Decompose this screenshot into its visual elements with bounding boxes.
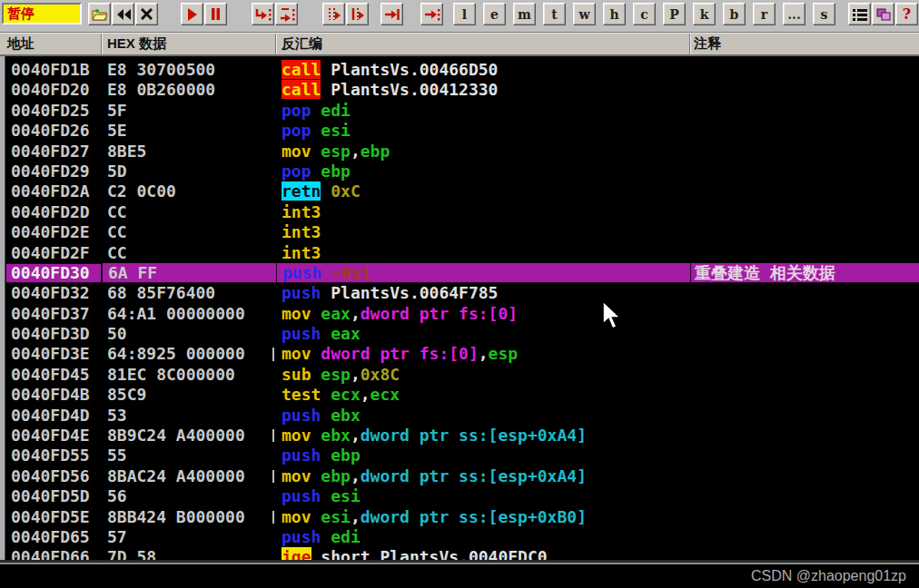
disasm-row[interactable]: 0040FD5E8BB424 B000000mov esi,dword ptr … (5, 507, 919, 527)
panel-button-handles[interactable]: h (603, 3, 626, 25)
windows-list-button[interactable] (848, 3, 871, 25)
disasm-row[interactable]: 0040FD2ECCint3 (5, 222, 919, 242)
letter-label: ... (787, 7, 801, 22)
column-header-row: 地址 HEX 数据 反汇编 注释 (0, 33, 919, 56)
disasm-row[interactable]: 0040FD4D53push ebx (5, 406, 919, 426)
letter-label: P (669, 7, 679, 22)
disasm-row[interactable]: 0040FD2FCCint3 (5, 243, 919, 263)
disasm-token: dword ptr fs:[0] (361, 304, 518, 323)
pause-button[interactable] (204, 3, 227, 25)
address-cell: 0040FD30 (5, 263, 102, 283)
disasm-token: esp (321, 142, 351, 161)
hex-bytes-cell: E8 0B260000 (102, 80, 276, 100)
disasm-row[interactable]: 0040FD278BE5mov esp,ebp (5, 142, 919, 162)
open-file-button[interactable] (88, 3, 111, 25)
disasm-row[interactable]: 0040FD4B85C9test ecx,ecx (5, 385, 919, 405)
disasm-token: eax (331, 324, 361, 343)
panel-button-cpu[interactable]: c (633, 3, 656, 25)
trace-button[interactable] (380, 3, 403, 25)
panel-button-source[interactable]: s (813, 3, 835, 25)
disasm-token: , (351, 426, 361, 445)
run-button[interactable] (181, 3, 203, 25)
disasm-cell: call PlantsVs.00466D50 (276, 60, 690, 80)
disasm-token: ebp (321, 162, 351, 181)
disasm-row[interactable]: 0040FD306A FFpush -0x1重叠建造 相关数据 (5, 263, 919, 283)
disasm-cell: sub esp,0x8C (276, 365, 690, 385)
disasm-row[interactable]: 0040FD6557push edi (5, 527, 919, 547)
hex-bytes-cell: 8BAC24 A400000 (102, 466, 276, 486)
disasm-row[interactable]: 0040FD2AC2 0C00retn 0xC (5, 181, 919, 201)
disasm-row[interactable]: 0040FD4581EC 8C000000sub esp,0x8C (5, 365, 919, 385)
disasm-row[interactable]: 0040FD20E8 0B260000call PlantsVs.0041233… (5, 80, 919, 100)
disasm-row[interactable]: 0040FD265Epop esi (5, 121, 919, 141)
disasm-cell: retn 0xC (276, 181, 690, 201)
panel-button-threads[interactable]: t (543, 3, 566, 25)
disasm-row[interactable]: 0040FD295Dpop ebp (5, 162, 919, 181)
appearance-button[interactable] (872, 3, 894, 25)
panel-button-references[interactable]: r (753, 3, 776, 25)
column-header-disasm[interactable]: 反汇编 (276, 34, 690, 54)
hex-bytes-cell: CC (102, 243, 276, 263)
disasm-token (321, 60, 331, 79)
disasm-row[interactable]: 0040FD568BAC24 A400000mov ebp,dword ptr … (5, 466, 919, 486)
address-cell: 0040FD2E (5, 222, 102, 242)
panel-button-breakpoints[interactable]: b (723, 3, 746, 25)
disasm-token: esp (321, 365, 351, 384)
disasm-cell: mov ebx,dword ptr ss:[esp+0xA4] (276, 426, 690, 446)
disasm-cell: pop esi (276, 121, 690, 141)
disasm-row[interactable]: 0040FD1BE8 30700500call PlantsVs.00466D5… (5, 60, 919, 80)
animate-into-button[interactable] (322, 3, 345, 25)
disasm-token (321, 80, 331, 99)
hex-bytes-cell: 6A FF (102, 263, 276, 283)
disasm-token: ebx (321, 426, 351, 445)
panel-button-memory[interactable]: m (513, 3, 536, 25)
animate-over-button[interactable] (346, 3, 369, 25)
disasm-token: ebp (321, 466, 351, 485)
disasm-row[interactable]: 0040FD5D56push esi (5, 486, 919, 506)
help-button[interactable]: ? (895, 3, 918, 25)
comment-cell (690, 121, 919, 141)
disasm-row[interactable]: 0040FD3D50push eax (5, 324, 919, 344)
panel-button-log[interactable]: l (453, 3, 476, 25)
panel-button-run-trace[interactable]: ... (783, 3, 805, 25)
disasm-cell: pop edi (276, 101, 690, 121)
disasm-cell: mov esp,ebp (276, 142, 690, 162)
disasm-token: , (351, 365, 361, 384)
disasm-row[interactable]: 0040FD4E8B9C24 A400000mov ebx,dword ptr … (5, 426, 919, 446)
play-icon (187, 8, 198, 21)
disasm-token: mov (282, 466, 311, 485)
disasm-token: ebp (361, 142, 390, 161)
disasm-token (311, 121, 321, 140)
disasm-row[interactable]: 0040FD3764:A1 00000000mov eax,dword ptr … (5, 304, 919, 324)
disasm-row[interactable]: 0040FD2DCCint3 (5, 202, 919, 222)
disasm-row[interactable]: 0040FD5555push ebp (5, 446, 919, 466)
disasm-token (321, 406, 331, 425)
disasm-token: , (351, 466, 361, 485)
column-header-comment[interactable]: 注释 (690, 34, 919, 54)
disasm-row[interactable]: 0040FD3E64:8925 000000mov dword ptr fs:[… (5, 344, 919, 364)
restart-button[interactable] (112, 3, 134, 25)
panel-button-windows[interactable]: w (573, 3, 596, 25)
disasm-token: dword ptr fs:[0] (321, 344, 478, 363)
disasm-row[interactable]: 0040FD255Fpop edi (5, 101, 919, 121)
hex-bytes-cell: 5E (102, 121, 276, 141)
panel-button-patches[interactable]: P (663, 3, 686, 25)
column-header-address[interactable]: 地址 (0, 34, 102, 54)
letter-label: m (518, 7, 531, 22)
address-cell: 0040FD4D (5, 406, 102, 426)
address-cell: 0040FD37 (5, 304, 102, 324)
execute-till-return-button[interactable] (420, 3, 443, 25)
panel-button-callstack[interactable]: k (693, 3, 716, 25)
disasm-cell: push esi (276, 486, 690, 506)
comment-cell (690, 80, 919, 100)
panel-button-executables[interactable]: e (483, 3, 506, 25)
hex-bytes-cell: 5D (102, 162, 276, 181)
column-header-hex[interactable]: HEX 数据 (102, 34, 276, 54)
step-into-button[interactable] (252, 3, 274, 25)
comment-cell (690, 243, 919, 263)
disasm-token: esi (321, 507, 351, 526)
step-over-button[interactable] (275, 3, 298, 25)
disasm-row[interactable]: 0040FD3268 85F76400push PlantsVs.0064F78… (5, 283, 919, 303)
close-process-button[interactable] (135, 3, 158, 25)
debugger-window: 暂停 (0, 0, 919, 588)
